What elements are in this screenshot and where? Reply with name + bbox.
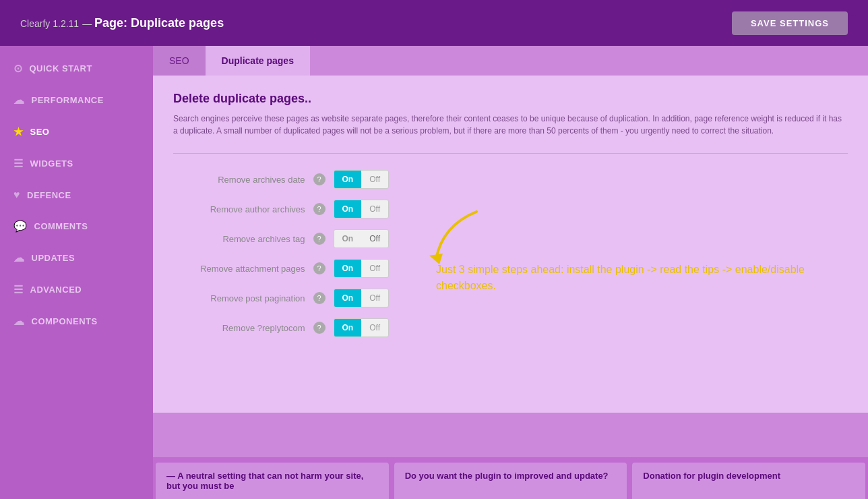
remove-post-pagination-toggle: On Off (334, 289, 389, 307)
remove-archives-tag-toggle: On Off (334, 229, 389, 248)
remove-replytocom-help[interactable]: ? (313, 322, 326, 334)
setting-row-remove-post-pagination: Remove post pagination ? On Off (173, 283, 389, 313)
layout: ⊙ QUICK START ☁ PERFORMANCE ★ SEO ☰ WIDG… (0, 46, 868, 499)
setting-row-remove-attachment-pages: Remove attachment pages ? On Off (173, 254, 389, 283)
section-description: Search engines perceive these pages as w… (173, 113, 847, 137)
setting-row-remove-archives-date: Remove archives date ? On Off (173, 165, 389, 194)
annotation-area: Just 3 simple steps ahead: install the p… (416, 165, 848, 294)
app-name: Clearfy 1.2.11 (20, 18, 79, 29)
comments-icon: 💬 (13, 220, 28, 233)
remove-archives-tag-help[interactable]: ? (313, 233, 326, 245)
footer-improved-title: Do you want the plugin to improved and u… (405, 471, 617, 481)
annotation-text: Just 3 simple steps ahead: install the p… (436, 262, 848, 294)
sidebar-label-advanced: ADVANCED (30, 285, 82, 295)
tab-seo[interactable]: SEO (153, 46, 206, 76)
sidebar-label-quick-start: QUICK START (30, 63, 92, 74)
sidebar-item-comments[interactable]: 💬 COMMENTS (0, 210, 153, 242)
settings-area: Remove archives date ? On Off Remove aut… (173, 165, 848, 343)
remove-archives-date-off[interactable]: Off (361, 171, 388, 188)
remove-author-archives-help[interactable]: ? (313, 203, 326, 215)
sidebar-item-defence[interactable]: ♥ DEFENCE (0, 179, 153, 210)
remove-attachment-pages-help[interactable]: ? (313, 262, 326, 274)
footer-card-donation: Donation for plugin development (632, 463, 865, 499)
remove-author-archives-toggle: On Off (334, 200, 389, 218)
advanced-icon: ☰ (13, 283, 24, 296)
defence-icon: ♥ (13, 189, 20, 201)
updates-icon: ☁ (13, 252, 25, 264)
remove-archives-tag-off[interactable]: Off (361, 230, 388, 247)
sidebar-label-performance: PERFORMANCE (32, 95, 104, 105)
widgets-icon: ☰ (13, 157, 24, 170)
sidebar-item-widgets[interactable]: ☰ WIDGETS (0, 148, 153, 179)
performance-icon: ☁ (13, 94, 25, 107)
content-area: Delete duplicate pages.. Search engines … (153, 76, 868, 413)
sidebar-item-quick-start[interactable]: ⊙ QUICK START (0, 53, 153, 84)
setting-row-remove-author-archives: Remove author archives ? On Off (173, 194, 389, 224)
remove-author-archives-off[interactable]: Off (361, 200, 388, 218)
remove-post-pagination-label: Remove post pagination (173, 293, 305, 303)
remove-post-pagination-help[interactable]: ? (313, 292, 326, 304)
sidebar-item-updates[interactable]: ☁ UPDATES (0, 242, 153, 274)
header-title: Clearfy 1.2.11 — Page: Duplicate pages (20, 16, 224, 30)
setting-row-remove-archives-tag: Remove archives tag ? On Off (173, 224, 389, 254)
star-icon: ★ (13, 125, 24, 138)
footer-neutral-title: — A neutral setting that can not harm yo… (166, 471, 378, 491)
remove-attachment-pages-label: Remove attachment pages (173, 264, 305, 274)
remove-attachment-pages-toggle: On Off (334, 259, 389, 278)
sidebar-label-seo: SEO (30, 127, 50, 137)
remove-replytocom-label: Remove ?replytocom (173, 323, 305, 333)
footer-card-neutral: — A neutral setting that can not harm yo… (156, 463, 389, 499)
remove-archives-date-label: Remove archives date (173, 175, 305, 185)
remove-attachment-pages-on[interactable]: On (334, 260, 362, 277)
sidebar-label-updates: UPDATES (32, 253, 75, 263)
sidebar-label-widgets: WIDGETS (30, 158, 73, 169)
remove-archives-date-help[interactable]: ? (313, 173, 326, 185)
sidebar-item-advanced[interactable]: ☰ ADVANCED (0, 274, 153, 305)
remove-archives-date-toggle: On Off (334, 170, 389, 189)
save-settings-button[interactable]: SAVE SETTINGS (732, 11, 848, 35)
separator: — (82, 18, 94, 29)
settings-panel: Remove archives date ? On Off Remove aut… (173, 165, 389, 343)
tabs-bar: SEO Duplicate pages (153, 46, 868, 76)
sidebar-label-defence: DEFENCE (27, 190, 71, 200)
remove-archives-tag-label: Remove archives tag (173, 234, 305, 244)
sidebar-item-performance[interactable]: ☁ PERFORMANCE (0, 84, 153, 116)
remove-author-archives-on[interactable]: On (334, 200, 362, 218)
page-title: Page: Duplicate pages (94, 16, 224, 30)
remove-replytocom-on[interactable]: On (334, 319, 362, 336)
footer-card-improved: Do you want the plugin to improved and u… (394, 463, 627, 499)
components-icon: ☁ (13, 315, 25, 328)
sidebar-item-seo[interactable]: ★ SEO (0, 116, 153, 148)
remove-archives-tag-on[interactable]: On (334, 230, 362, 247)
remove-author-archives-label: Remove author archives (173, 204, 305, 214)
main-area: SEO Duplicate pages Delete duplicate pag… (153, 46, 868, 499)
section-title: Delete duplicate pages.. (173, 92, 848, 106)
sidebar: ⊙ QUICK START ☁ PERFORMANCE ★ SEO ☰ WIDG… (0, 46, 153, 499)
remove-replytocom-off[interactable]: Off (361, 319, 388, 336)
sidebar-label-comments: COMMENTS (34, 221, 88, 231)
remove-archives-date-on[interactable]: On (334, 171, 362, 188)
sidebar-label-components: COMPONENTS (32, 316, 98, 326)
remove-replytocom-toggle: On Off (334, 318, 389, 337)
tab-duplicate-pages[interactable]: Duplicate pages (206, 46, 310, 76)
divider (173, 153, 848, 154)
sidebar-item-components[interactable]: ☁ COMPONENTS (0, 305, 153, 337)
footer-donation-title: Donation for plugin development (643, 471, 855, 481)
remove-post-pagination-on[interactable]: On (334, 289, 362, 307)
quick-start-icon: ⊙ (13, 62, 23, 75)
header: Clearfy 1.2.11 — Page: Duplicate pages S… (0, 0, 868, 46)
setting-row-remove-replytocom: Remove ?replytocom ? On Off (173, 313, 389, 343)
footer-bar: — A neutral setting that can not harm yo… (153, 457, 868, 499)
remove-post-pagination-off[interactable]: Off (361, 289, 388, 307)
remove-attachment-pages-off[interactable]: Off (361, 260, 388, 277)
